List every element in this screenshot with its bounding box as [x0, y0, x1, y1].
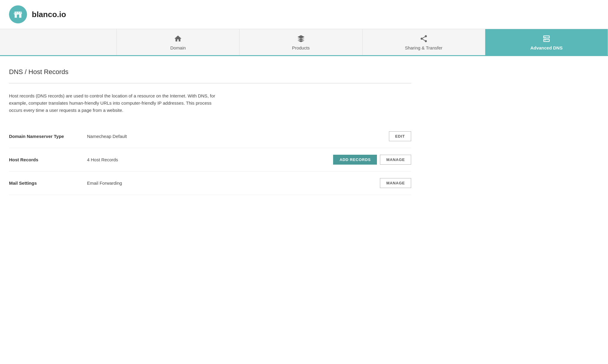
manage-host-records-button[interactable]: MANAGE: [380, 155, 411, 165]
tab-domain-label: Domain: [170, 45, 186, 50]
page-title: DNS / Host Records: [9, 68, 411, 76]
manage-mail-settings-button[interactable]: MANAGE: [380, 178, 411, 188]
dns-icon: [542, 34, 551, 43]
mail-settings-row: Mail Settings Email Forwarding MANAGE: [9, 172, 411, 195]
tab-products-label: Products: [292, 45, 310, 50]
nameserver-value: Namecheap Default: [87, 134, 389, 139]
box-icon: [297, 34, 305, 43]
tab-products[interactable]: Products: [239, 29, 362, 55]
svg-rect-1: [17, 14, 19, 18]
nameserver-row: Domain Nameserver Type Namecheap Default…: [9, 125, 411, 148]
divider: [9, 83, 411, 83]
tab-sharing-transfer[interactable]: Sharing & Transfer: [363, 29, 485, 55]
page-description: Host records (DNS records) are used to c…: [9, 92, 219, 114]
home-icon: [174, 34, 182, 43]
nav-tab-empty: [0, 29, 117, 55]
host-records-value: 4 Host Records: [87, 157, 333, 162]
nav-tabs: Domain Products Sharing & Transfer Advan…: [0, 29, 608, 56]
main-content: DNS / Host Records Host records (DNS rec…: [0, 56, 420, 207]
tab-advanced-dns-label: Advanced DNS: [530, 45, 563, 50]
nameserver-actions: EDIT: [389, 131, 411, 141]
mail-settings-actions: MANAGE: [380, 178, 411, 188]
share-icon: [420, 34, 428, 43]
tab-advanced-dns[interactable]: Advanced DNS: [485, 29, 608, 55]
tab-domain[interactable]: Domain: [117, 29, 239, 55]
edit-nameserver-button[interactable]: EDIT: [389, 131, 411, 141]
store-icon: [13, 9, 23, 19]
tab-sharing-transfer-label: Sharing & Transfer: [405, 45, 442, 50]
logo: [9, 5, 27, 23]
host-records-row: Host Records 4 Host Records ADD RECORDS …: [9, 148, 411, 172]
host-records-actions: ADD RECORDS MANAGE: [333, 155, 411, 165]
mail-settings-label: Mail Settings: [9, 181, 87, 186]
host-records-label: Host Records: [9, 157, 87, 162]
site-name: blanco.io: [32, 10, 66, 19]
header: blanco.io: [0, 0, 608, 29]
mail-settings-value: Email Forwarding: [87, 181, 380, 186]
nameserver-label: Domain Nameserver Type: [9, 134, 87, 139]
add-records-button[interactable]: ADD RECORDS: [333, 155, 377, 165]
